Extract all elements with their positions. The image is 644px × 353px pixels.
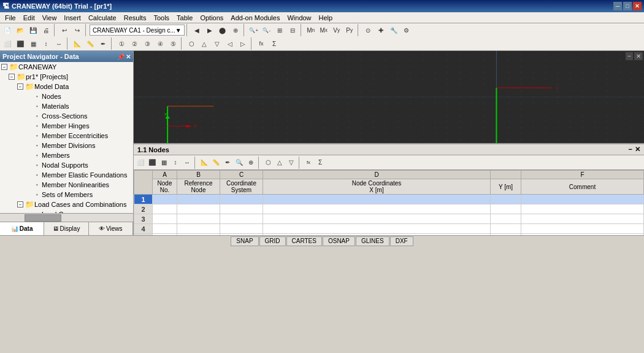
cell-4-a[interactable]: [153, 224, 177, 234]
menu-insert[interactable]: Insert: [60, 14, 85, 22]
tb-btn-j[interactable]: Mx: [318, 24, 330, 36]
table-row[interactable]: 3: [134, 214, 644, 224]
tb-redo[interactable]: ↪: [71, 24, 83, 36]
tree-item-materials[interactable]: ▪ Materials: [0, 101, 133, 111]
tb-btn-c[interactable]: ⬤: [217, 24, 229, 36]
tb2-btn-s[interactable]: fx: [255, 37, 267, 50]
status-dxf[interactable]: DXF: [390, 236, 413, 246]
tb2-btn-o[interactable]: △: [198, 37, 210, 50]
cell-4-e[interactable]: [491, 224, 521, 234]
dt-btn-fx[interactable]: fx: [303, 157, 314, 168]
menu-help[interactable]: Help: [315, 14, 337, 22]
menu-options[interactable]: Options: [196, 14, 227, 22]
tree-item-model-data[interactable]: − 📁 Model Data: [0, 82, 133, 91]
table-row[interactable]: 4: [134, 224, 644, 234]
cell-2-e[interactable]: [491, 204, 521, 214]
dt-btn-10[interactable]: ⊕: [245, 157, 256, 168]
tb2-btn-i[interactable]: ①: [115, 37, 128, 50]
cell-2-d[interactable]: [263, 204, 491, 214]
dt-btn-9[interactable]: 🔍: [234, 157, 245, 168]
close-button[interactable]: ✕: [633, 2, 642, 10]
dt-btn-3[interactable]: ▦: [158, 157, 169, 168]
cell-5-f[interactable]: [521, 234, 644, 236]
tb2-btn-a[interactable]: ⬜: [1, 37, 13, 50]
cell-5-e[interactable]: [491, 234, 521, 236]
status-grid[interactable]: GRID: [259, 236, 286, 246]
tb2-btn-c[interactable]: ▦: [27, 37, 39, 50]
cell-5-c[interactable]: [220, 234, 263, 236]
cell-3-f[interactable]: [521, 214, 644, 224]
tb2-btn-r[interactable]: ▷: [237, 37, 249, 50]
dt-btn-5[interactable]: ↔: [182, 157, 193, 168]
tree-item-members[interactable]: ▪ Members: [0, 150, 133, 160]
cell-5-a[interactable]: [153, 234, 177, 236]
cell-4-f[interactable]: [521, 224, 644, 234]
table-row[interactable]: 1: [134, 195, 644, 204]
tb-model-dropdown[interactable]: CRANEWAY CA1 - Design c... ▼: [90, 25, 185, 36]
menu-addon[interactable]: Add-on Modules: [227, 14, 283, 22]
maximize-button[interactable]: □: [623, 2, 632, 10]
dt-btn-11[interactable]: ⬡: [263, 157, 274, 168]
dt-btn-2[interactable]: ⬛: [147, 157, 158, 168]
tb-btn-a[interactable]: ◀: [191, 24, 203, 36]
dt-btn-sigma[interactable]: Σ: [315, 157, 326, 168]
data-minimize-btn[interactable]: −: [629, 145, 632, 153]
tb2-btn-t[interactable]: Σ: [268, 37, 280, 50]
cell-5-b[interactable]: [177, 234, 220, 236]
cell-1-c[interactable]: [220, 195, 263, 204]
cell-4-d[interactable]: [263, 224, 491, 234]
tb2-btn-j[interactable]: ②: [128, 37, 140, 50]
tree-item-cross-sections[interactable]: ▪ Cross-Sections: [0, 111, 133, 121]
tb2-btn-f[interactable]: 📐: [71, 37, 83, 50]
panel-tab-display[interactable]: 🖥 Display: [44, 222, 88, 235]
panel-pin-btn[interactable]: 📌: [117, 53, 125, 60]
tb-btn-n[interactable]: ✚: [375, 24, 387, 36]
cell-1-e[interactable]: [491, 195, 521, 204]
tb-btn-l[interactable]: Py: [343, 24, 356, 36]
status-snap[interactable]: SNAP: [231, 236, 258, 246]
tb-btn-h[interactable]: ⊟: [286, 24, 299, 36]
tb-btn-d[interactable]: ⊕: [229, 24, 242, 36]
dt-btn-1[interactable]: ⬜: [135, 157, 146, 168]
tb2-btn-k[interactable]: ③: [141, 37, 153, 50]
cell-2-b[interactable]: [177, 204, 220, 214]
menu-view[interactable]: View: [39, 14, 61, 22]
cell-3-b[interactable]: [177, 214, 220, 224]
cell-3-c[interactable]: [220, 214, 263, 224]
cell-5-d[interactable]: [263, 234, 491, 236]
tb-new[interactable]: 📄: [1, 24, 13, 36]
status-cartes[interactable]: CARTES: [286, 236, 322, 246]
tree-item-nodal-supports[interactable]: ▪ Nodal Supports: [0, 160, 133, 170]
tree-item-member-nonlinearities[interactable]: ▪ Member Nonlinearities: [0, 180, 133, 190]
vp-btn-settings[interactable]: −: [626, 52, 633, 60]
tb2-btn-q[interactable]: ◁: [224, 37, 236, 50]
tb-btn-o[interactable]: 🔧: [388, 24, 400, 36]
tb-btn-i[interactable]: Mn: [305, 24, 317, 36]
tb-btn-m[interactable]: ⊙: [362, 24, 374, 36]
cell-3-a[interactable]: [153, 214, 177, 224]
tb2-btn-h[interactable]: ✒: [97, 37, 109, 50]
tb-save[interactable]: 💾: [27, 24, 39, 36]
tb2-btn-m[interactable]: ⑤: [167, 37, 179, 50]
menu-results[interactable]: Results: [120, 14, 150, 22]
table-row[interactable]: 2: [134, 204, 644, 214]
menu-tools[interactable]: Tools: [150, 14, 173, 22]
cell-2-c[interactable]: [220, 204, 263, 214]
tb-btn-k[interactable]: Vy: [331, 24, 343, 36]
cell-4-b[interactable]: [177, 224, 220, 234]
panel-hscroll[interactable]: [0, 213, 133, 222]
panel-tab-views[interactable]: 👁 Views: [89, 222, 133, 235]
tree-item-craneway[interactable]: − 📁 CRANEWAY: [0, 62, 133, 72]
panel-close-btn[interactable]: ✕: [126, 53, 131, 60]
tb2-btn-p[interactable]: ▽: [211, 37, 223, 50]
tree-item-member-divisions[interactable]: ▪ Member Divisions: [0, 141, 133, 150]
cell-3-e[interactable]: [491, 214, 521, 224]
dt-btn-13[interactable]: ▽: [286, 157, 297, 168]
tb-btn-p[interactable]: ⚙: [401, 24, 413, 36]
dt-btn-12[interactable]: △: [274, 157, 285, 168]
cell-1-d[interactable]: [263, 195, 491, 204]
tb-open[interactable]: 📂: [14, 24, 26, 36]
menu-table[interactable]: Table: [173, 14, 196, 22]
tb2-btn-b[interactable]: ⬛: [14, 37, 26, 50]
dt-btn-6[interactable]: 📐: [199, 157, 210, 168]
